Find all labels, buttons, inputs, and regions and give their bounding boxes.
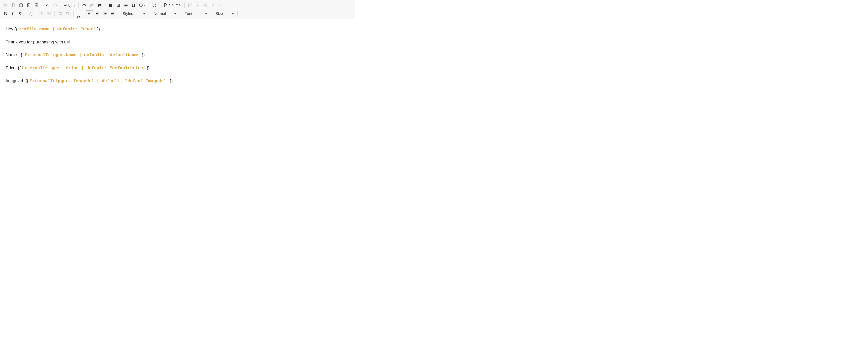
templates-icon bbox=[211, 3, 215, 7]
toolbar-separator bbox=[42, 2, 42, 8]
toolbar-separator bbox=[73, 11, 73, 17]
source-button[interactable]: </> Source bbox=[162, 2, 183, 9]
text-prefix: Price: bbox=[6, 65, 18, 70]
italic-button[interactable]: I bbox=[9, 10, 16, 17]
brace-close: }} bbox=[96, 27, 100, 31]
maximize-button[interactable] bbox=[151, 2, 158, 9]
paste-text-button[interactable]: T bbox=[25, 2, 32, 9]
new-page-button bbox=[202, 2, 209, 9]
align-justify-button[interactable] bbox=[109, 10, 116, 17]
paste-word-button[interactable]: W bbox=[33, 2, 40, 9]
content-line-2[interactable]: Thank you for purchasing with us! bbox=[6, 39, 349, 45]
new-page-icon bbox=[203, 3, 207, 7]
image-button[interactable] bbox=[107, 2, 114, 9]
dropdown-caret-icon bbox=[232, 13, 234, 14]
cut-button bbox=[2, 2, 9, 9]
special-char-button[interactable]: Ω bbox=[130, 2, 137, 9]
abc-icon: ABC bbox=[64, 4, 69, 6]
strike-button[interactable]: S bbox=[17, 10, 23, 17]
spellcheck-button[interactable]: ABC bbox=[63, 2, 77, 9]
font-select[interactable]: Font bbox=[182, 10, 209, 17]
paste-button[interactable] bbox=[18, 2, 25, 9]
clipboard-icon bbox=[19, 3, 23, 7]
toolbar-separator bbox=[226, 2, 226, 8]
align-right-icon bbox=[103, 12, 107, 16]
emoji-button[interactable] bbox=[137, 2, 147, 9]
brace-close: }} bbox=[146, 65, 150, 70]
source-icon: </> bbox=[164, 3, 168, 7]
clipboard-text-icon: T bbox=[27, 3, 31, 7]
svg-rect-7 bbox=[189, 4, 190, 5]
text-prefix: Name : bbox=[6, 52, 21, 57]
brace-open: {{ bbox=[18, 65, 22, 70]
svg-line-2 bbox=[90, 4, 93, 6]
scissors-icon bbox=[4, 3, 8, 7]
format-select[interactable]: Normal bbox=[151, 10, 178, 17]
editor-content[interactable]: Hey {{ Profile.name | default: "User" }}… bbox=[0, 19, 355, 134]
content-line-3[interactable]: Name : {{ ExternalTrigger.Name | default… bbox=[6, 52, 349, 58]
svg-rect-8 bbox=[190, 4, 191, 5]
bold-button[interactable]: B bbox=[2, 10, 9, 17]
styles-select[interactable]: Styles bbox=[120, 10, 147, 17]
template-token: ExternalTrigger.Name | default: "default… bbox=[25, 53, 141, 58]
align-right-button[interactable] bbox=[101, 10, 108, 17]
align-center-button[interactable] bbox=[94, 10, 101, 17]
table-button[interactable] bbox=[115, 2, 122, 9]
link-icon bbox=[82, 3, 86, 7]
dropdown-caret-icon bbox=[174, 13, 176, 14]
svg-text:</>: </> bbox=[165, 5, 167, 6]
align-center-icon bbox=[95, 12, 99, 16]
toolbar-separator bbox=[160, 2, 160, 8]
toolbar-separator bbox=[149, 2, 149, 8]
blockquote-button[interactable]: ,, bbox=[75, 10, 82, 17]
content-line-1[interactable]: Hey {{ Profile.name | default: "User" }} bbox=[6, 26, 349, 33]
toolbar-separator bbox=[184, 2, 185, 8]
indent-button bbox=[64, 10, 71, 17]
styles-label: Styles bbox=[123, 11, 133, 16]
clipboard-word-icon: W bbox=[34, 3, 38, 7]
svg-text:W: W bbox=[35, 5, 37, 6]
source-label: Source bbox=[169, 3, 181, 7]
table-icon bbox=[116, 3, 120, 7]
link-button[interactable] bbox=[81, 2, 88, 9]
toolbar-row-1: T W ABC bbox=[2, 1, 353, 9]
content-line-5[interactable]: ImageUrl: {{ ExternalTrigger. ImageUrl |… bbox=[6, 77, 349, 84]
format-label: Normal bbox=[154, 11, 166, 16]
toolbar-separator bbox=[211, 11, 211, 17]
editor-toolbar: T W ABC bbox=[0, 0, 355, 19]
bold-icon: B bbox=[4, 11, 7, 17]
redo-button bbox=[52, 2, 59, 9]
copy-button bbox=[10, 2, 17, 9]
size-select[interactable]: Size bbox=[213, 10, 236, 17]
brace-open: {{ bbox=[26, 78, 30, 83]
font-label: Font bbox=[185, 11, 192, 16]
text-body: Thank you for purchasing with us! bbox=[6, 40, 70, 44]
remove-format-button[interactable]: Ix bbox=[27, 10, 34, 17]
toolbar-separator bbox=[118, 11, 118, 17]
numbered-list-button[interactable] bbox=[38, 10, 45, 17]
italic-icon: I bbox=[12, 11, 13, 17]
horizontal-rule-button[interactable] bbox=[122, 2, 130, 9]
redo-icon bbox=[53, 3, 57, 7]
omega-icon: Ω bbox=[132, 3, 135, 8]
undo-button[interactable] bbox=[44, 2, 51, 9]
emoji-icon bbox=[139, 3, 143, 7]
remove-format-icon: Ix bbox=[29, 11, 32, 17]
template-token: ExternalTrigger. ImageUrl | default: "de… bbox=[30, 79, 169, 84]
outdent-button bbox=[57, 10, 64, 17]
content-line-4[interactable]: Price: {{ ExternalTrigger. Price | defau… bbox=[6, 65, 349, 71]
toolbar-row-2: B I S Ix ,, bbox=[2, 10, 353, 18]
unlink-icon bbox=[90, 3, 94, 7]
show-blocks-button bbox=[186, 2, 194, 9]
svg-point-3 bbox=[139, 4, 143, 7]
align-left-button[interactable] bbox=[86, 10, 93, 17]
svg-text:T: T bbox=[28, 5, 29, 6]
anchor-button[interactable] bbox=[96, 2, 103, 9]
bullet-list-button[interactable] bbox=[45, 10, 53, 17]
indent-icon bbox=[66, 12, 70, 16]
toolbar-separator bbox=[61, 2, 61, 8]
toolbar-separator bbox=[84, 11, 84, 17]
svg-rect-9 bbox=[189, 5, 190, 7]
code-icon bbox=[219, 3, 223, 7]
svg-point-5 bbox=[141, 5, 142, 5]
